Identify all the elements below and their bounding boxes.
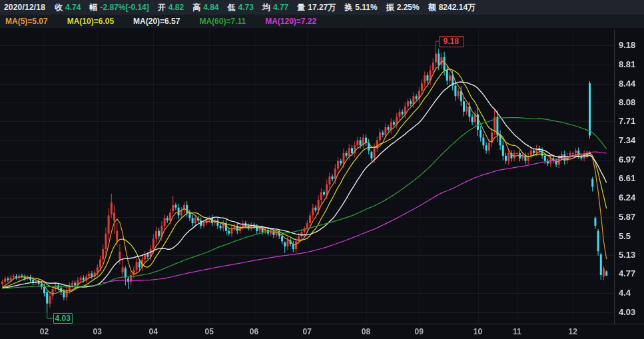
stat-label: 幅 xyxy=(89,2,97,13)
stat-value: 17.27万 xyxy=(308,2,336,13)
low-price-badge: 4.03 xyxy=(53,313,73,324)
stat-value: -2.87%[-0.14] xyxy=(100,3,149,12)
x-axis-month-label: 06 xyxy=(244,327,264,336)
stat-label: 低 xyxy=(228,2,236,13)
y-axis-tick-label: 8.08 xyxy=(619,97,643,108)
stat-label: 收 xyxy=(55,2,63,13)
x-axis-month-label: 09 xyxy=(409,327,429,336)
quote-stat: 开4.82 xyxy=(158,2,184,13)
stat-label: 换 xyxy=(344,2,352,13)
y-axis-tick-label: 6.24 xyxy=(619,192,643,203)
stat-value: 4.84 xyxy=(203,3,218,12)
x-axis-month-label: 11 xyxy=(507,327,527,336)
quote-stat: 均4.77 xyxy=(262,2,288,13)
x-axis-month-label: 08 xyxy=(356,327,376,336)
x-axis-month-label: 03 xyxy=(87,327,107,336)
quote-stat: 高4.84 xyxy=(192,2,218,13)
y-axis-tick-label: 5.87 xyxy=(619,212,643,222)
y-axis-tick-label: 4.77 xyxy=(619,268,643,279)
stat-label: 均 xyxy=(262,2,270,13)
x-axis-month-label: 07 xyxy=(297,327,317,336)
quote-stat: 幅-2.87%[-0.14] xyxy=(89,2,149,13)
stock-chart-app: 2020/12/18 收4.74幅-2.87%[-0.14]开4.82高4.84… xyxy=(0,0,644,339)
ma-legend-item: MA(120)=7.22 xyxy=(265,17,316,26)
stat-label: 量 xyxy=(297,2,305,13)
stat-label: 开 xyxy=(158,2,166,13)
x-axis-month-label: 02 xyxy=(35,327,55,336)
y-axis-tick-label: 4.03 xyxy=(619,307,643,318)
x-axis-month-label: 04 xyxy=(143,327,163,336)
quote-stats: 收4.74幅-2.87%[-0.14]开4.82高4.84低4.73均4.77量… xyxy=(55,2,484,13)
stat-value: 8242.14万 xyxy=(439,2,476,13)
stat-value: 4.82 xyxy=(168,3,184,12)
stat-value: 4.74 xyxy=(65,3,81,12)
stat-value: 4.73 xyxy=(238,3,254,12)
x-axis-month-label: 12 xyxy=(563,327,583,336)
x-axis-month-label: 10 xyxy=(468,327,488,336)
y-axis-tick-label: 5.5 xyxy=(619,231,643,242)
stat-value: 5.11% xyxy=(355,3,377,12)
quote-stat: 收4.74 xyxy=(55,2,81,13)
ma-legend-item: MA(60)=7.11 xyxy=(199,17,246,26)
quote-stat: 振2.25% xyxy=(386,2,420,13)
trade-date-label: 2020/12/18 xyxy=(4,3,45,12)
quote-stat: 低4.73 xyxy=(228,2,254,13)
high-price-badge: 9.18 xyxy=(439,36,464,47)
y-axis-tick-label: 9.18 xyxy=(619,40,643,51)
y-axis-tick-label: 7.34 xyxy=(619,135,643,146)
y-axis-tick-label: 5.13 xyxy=(619,250,643,260)
stat-label: 额 xyxy=(428,2,436,13)
y-axis-tick-label: 7.71 xyxy=(619,116,643,127)
stat-label: 振 xyxy=(386,2,394,13)
y-axis-tick-label: 6.61 xyxy=(619,173,643,184)
y-axis-tick-label: 8.81 xyxy=(619,59,643,70)
ma-legend-item: MA(10)=6.05 xyxy=(67,17,114,26)
quote-stat: 换5.11% xyxy=(344,2,377,13)
ma-legend: MA(5)=5.07MA(10)=6.05MA(20)=6.57MA(60)=7… xyxy=(0,15,644,28)
quote-stat: 额8242.14万 xyxy=(428,2,476,13)
ma-legend-item: MA(20)=6.57 xyxy=(133,17,180,26)
candlestick-chart-canvas[interactable] xyxy=(0,0,644,339)
x-axis-month-label: 05 xyxy=(199,327,219,336)
ma-legend-item: MA(5)=5.07 xyxy=(5,17,48,26)
quote-stat: 量17.27万 xyxy=(297,2,336,13)
stat-label: 高 xyxy=(192,2,200,13)
stat-value: 4.77 xyxy=(273,3,288,12)
y-axis-tick-label: 4.4 xyxy=(619,288,643,298)
y-axis-tick-label: 6.97 xyxy=(619,155,643,165)
stat-value: 2.25% xyxy=(397,3,420,12)
quote-info-bar: 2020/12/18 收4.74幅-2.87%[-0.14]开4.82高4.84… xyxy=(0,0,644,15)
y-axis-tick-label: 8.44 xyxy=(619,79,643,89)
